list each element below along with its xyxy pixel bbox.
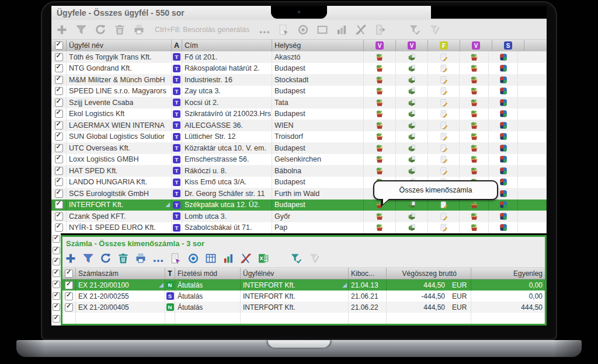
row-checkbox[interactable] [55, 53, 63, 61]
delete-icon[interactable] [114, 24, 126, 36]
column-header-customer[interactable]: Ügyfélnév [241, 268, 349, 279]
incoming-invoice-cell[interactable] [460, 154, 489, 166]
note-edit-cell[interactable] [428, 86, 460, 97]
delivery-box-cell[interactable] [396, 142, 428, 154]
excel-export-icon[interactable] [258, 253, 269, 264]
select-all-checkbox[interactable] [65, 270, 73, 278]
note-edit-cell[interactable] [428, 108, 460, 120]
outgoing-invoice-cell[interactable] [364, 200, 396, 211]
row-checkbox[interactable] [65, 292, 73, 300]
row-checkbox[interactable] [53, 247, 60, 254]
invoice-row[interactable]: EX 21-20/00405 N Átutalás INTERFORT Kft.… [62, 302, 545, 313]
note-edit-cell[interactable] [428, 211, 460, 222]
delivery-box-cell[interactable] [396, 131, 428, 143]
flag-column-v2[interactable]: V [396, 40, 428, 51]
customer-row[interactable]: Loxx Logistics GMBH T Emscherstrasse 56.… [51, 154, 547, 166]
statistics-cell[interactable] [489, 63, 518, 75]
row-checkbox[interactable] [53, 292, 60, 300]
statistics-cell[interactable] [489, 51, 518, 63]
row-checkbox[interactable] [55, 64, 63, 72]
note-edit-cell[interactable] [428, 222, 460, 234]
row-checkbox[interactable] [55, 178, 63, 186]
note-edit-cell[interactable] [428, 142, 460, 154]
add-icon[interactable] [56, 24, 68, 36]
outgoing-invoice-cell[interactable] [364, 108, 396, 120]
statistics-cell[interactable] [489, 142, 518, 154]
row-checkbox[interactable] [55, 223, 63, 232]
row-checkbox[interactable] [65, 303, 73, 312]
delivery-box-cell[interactable] [396, 154, 428, 166]
outgoing-invoice-cell[interactable] [364, 222, 396, 234]
outgoing-invoice-cell[interactable] [364, 154, 396, 166]
customer-row[interactable]: M&M Militzer & Münch GmbH T Industriestr… [51, 74, 547, 86]
print-icon[interactable] [135, 253, 147, 264]
filter-clear-icon[interactable] [428, 24, 440, 36]
customer-row[interactable]: INTERFORT Kft. T Székpatak utca 12. Ü2. … [51, 200, 547, 211]
outgoing-invoice-cell[interactable] [364, 51, 396, 63]
table-icon[interactable] [205, 253, 217, 264]
customer-row[interactable]: Czank Sped KFT. T Lomb utca 3. Győr [51, 211, 547, 222]
exit-icon[interactable] [374, 24, 386, 36]
row-checkbox[interactable] [53, 258, 60, 265]
no-cut-icon[interactable] [240, 253, 252, 264]
row-checkbox[interactable] [53, 235, 60, 243]
customer-row[interactable]: Szijj Levente Csaba T Kocsi út 2. Tata [51, 97, 547, 108]
row-checkbox[interactable] [55, 110, 63, 118]
outgoing-invoice-cell[interactable] [364, 120, 396, 131]
window-icon[interactable] [317, 24, 328, 36]
row-checkbox[interactable] [55, 76, 63, 84]
customer-row[interactable]: LAGERMAX WIEN INTERNA T AILECGASSE 36. W… [51, 120, 547, 131]
delivery-box-cell[interactable] [396, 74, 428, 86]
view-icon[interactable] [187, 253, 199, 264]
row-checkbox[interactable] [55, 132, 63, 141]
refresh-icon[interactable] [95, 24, 106, 36]
note-edit-cell[interactable] [428, 165, 460, 177]
add-invoice-icon[interactable] [65, 253, 77, 264]
delivery-box-cell[interactable] [396, 200, 428, 211]
column-header-address[interactable]: Cím [182, 40, 272, 51]
row-checkbox[interactable] [55, 167, 63, 175]
outgoing-invoice-cell[interactable] [364, 97, 396, 108]
row-checkbox[interactable] [55, 201, 63, 209]
statistics-cell[interactable] [489, 222, 518, 234]
column-header-name[interactable]: Ügyfél név [67, 40, 172, 51]
incoming-invoice-cell[interactable] [460, 211, 489, 222]
print-icon[interactable] [133, 24, 145, 36]
invoice-row[interactable]: EX 21-20/00100 N Átutalás INTERFORT Kft.… [62, 279, 545, 290]
row-checkbox[interactable] [55, 212, 63, 220]
delivery-box-cell[interactable] [396, 63, 428, 75]
note-edit-cell[interactable] [428, 74, 460, 86]
invoice-row[interactable]: EX 21-20/00255 S Átutalás INTERFORT Kft.… [62, 290, 545, 302]
customer-row[interactable]: Tóth és Torgyik Trans Kft. T Fő út 201. … [51, 51, 547, 63]
report-icon[interactable] [170, 253, 182, 264]
select-all-checkbox[interactable] [55, 41, 63, 50]
customer-row[interactable]: SPEED LINE s.r.o. Magyarors T Zay utca 3… [51, 86, 547, 97]
statistics-cell[interactable] [489, 74, 518, 86]
report-icon[interactable] [278, 24, 290, 36]
customer-row[interactable]: NYÍR-1 SPEED EURO Kft. T Szabolcsbákai ú… [51, 222, 547, 234]
row-checkbox[interactable] [53, 303, 60, 311]
row-checkbox[interactable] [55, 121, 63, 130]
column-header-payment[interactable]: Fizetési mód [175, 268, 241, 279]
select-all-checkbox-cell[interactable] [51, 40, 67, 51]
incoming-invoice-cell[interactable] [460, 131, 489, 143]
row-checkbox[interactable] [55, 190, 63, 198]
no-cut-icon[interactable] [355, 24, 367, 36]
incoming-invoice-cell[interactable] [460, 86, 489, 97]
statistics-cell[interactable] [489, 108, 518, 120]
row-checkbox[interactable] [53, 281, 60, 288]
more-icon[interactable] [152, 253, 164, 264]
row-checkbox[interactable] [55, 87, 63, 95]
customer-row[interactable]: UTC Overseas Kft. T Közraktár utca 10. V… [51, 142, 547, 154]
statistics-cell[interactable] [489, 200, 518, 211]
note-edit-cell[interactable] [428, 120, 460, 131]
incoming-invoice-cell[interactable] [460, 97, 489, 108]
note-edit-cell[interactable] [428, 200, 460, 211]
filter-clear-icon[interactable] [308, 253, 319, 264]
customer-row[interactable]: HAT SPED Kft. T Rákóczi u. 8. Bábolna [51, 165, 547, 177]
customer-row[interactable]: SUN Global Logistics Solutior T Lüttiche… [51, 131, 547, 143]
note-edit-cell[interactable] [428, 51, 460, 63]
delivery-box-cell[interactable] [396, 165, 428, 177]
delivery-box-cell[interactable] [396, 86, 428, 97]
statistics-cell[interactable] [489, 211, 518, 222]
